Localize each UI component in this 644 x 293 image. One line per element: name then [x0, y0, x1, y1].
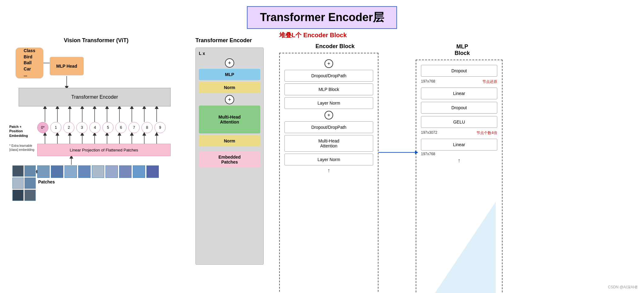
token-3: 3: [76, 122, 87, 133]
img-patch-5: [92, 165, 104, 178]
eb-input-arrow: ↑: [284, 167, 373, 174]
mlpb-dim-197x3072: 197x3072: [421, 130, 437, 135]
original-images: [12, 165, 36, 201]
light-blue-bg: [434, 202, 496, 293]
eb-dropout-top: Dropout/DropPath: [284, 70, 373, 82]
te-section-title: Transformer Encoder: [195, 37, 270, 44]
mlpb-section-title: MLP Block: [416, 43, 509, 56]
blue-arrow-connector: [378, 152, 416, 153]
token-7: 7: [128, 122, 140, 133]
orig-img-1: [12, 165, 24, 177]
mlpb-diagram: Dropout 197x768 节点还原 Linear Dropout GELU…: [416, 60, 503, 293]
te-mha-block: Multi-Head Attention: [199, 106, 260, 133]
te-mlp-block: MLP: [199, 69, 260, 80]
token-8: 8: [141, 122, 153, 133]
stacking-label: 堆叠L个 Encoder Block: [279, 31, 391, 39]
mlpb-dropout-mid: Dropout: [421, 102, 497, 114]
orig-img-2: [25, 165, 36, 177]
img-patch-6: [105, 165, 118, 178]
page-title: Transformer Encoder层: [247, 6, 397, 29]
te-norm-top: Norm: [199, 82, 260, 93]
vit-transformer-encoder-box: Transformer Encoder: [19, 88, 171, 106]
mlpb-section: MLP Block Dropout 197x768 节点还原 Linear Dr…: [416, 43, 509, 293]
eb-layer-norm-bottom: Layer Norm: [284, 154, 373, 165]
eb-dropout-bottom: Dropout/DropPath: [284, 121, 373, 133]
vit-section: Vision Transformer (ViT) ClassBirdBallCa…: [9, 37, 183, 271]
mlp-head-box: MLP Head: [50, 57, 84, 75]
orig-img-6: [25, 190, 36, 201]
te-plus-top: +: [225, 58, 234, 68]
mlpb-dim-197x768-top: 197x768: [421, 79, 435, 83]
mlpb-4x-label: 节点个数4倍: [476, 130, 497, 136]
eb-plus-mid: +: [324, 111, 333, 119]
linear-proj-bar: Linear Projection of Flattened Patches: [37, 144, 171, 156]
te-diagram: L x + MLP Norm + Multi-Head Attention No…: [195, 47, 264, 265]
te-plus-mid: +: [225, 95, 234, 104]
mlpb-dropout-top: Dropout: [421, 65, 497, 77]
te-section: Transformer Encoder L x + MLP Norm + Mul…: [195, 37, 270, 265]
extra-learnable-label: * Extra learnable[class] embedding: [9, 144, 37, 152]
eb-layer-norm-top: Layer Norm: [284, 97, 373, 109]
token-circles-row: 0* 1 2 3 4 5 6 7 8 9: [37, 122, 166, 133]
cls-token: 0*: [37, 122, 48, 133]
token-1: 1: [50, 122, 61, 133]
orig-img-3: [12, 178, 24, 189]
mlpb-dim-197x768-bottom: 197x768: [421, 152, 497, 156]
mlpb-gelu: GELU: [421, 116, 497, 128]
vit-connectors: [9, 47, 183, 271]
img-patch-8: [133, 165, 145, 178]
te-norm-bottom: Norm: [199, 135, 260, 146]
img-patch-1: [37, 165, 50, 178]
token-9: 9: [154, 122, 166, 133]
img-patch-2: [51, 165, 63, 178]
token-5: 5: [102, 122, 114, 133]
eb-plus-top: +: [324, 59, 333, 68]
mlpb-linear-bottom: Linear: [421, 139, 497, 151]
patches-label: Patches: [38, 179, 55, 184]
token-6: 6: [115, 122, 127, 133]
vit-section-title: Vision Transformer (ViT): [9, 37, 183, 44]
eb-section-title: Encoder Block: [279, 43, 391, 50]
te-embedded-block: Embedded Patches: [199, 151, 260, 168]
patch-pos-label: Patch + Position Embedding: [9, 124, 34, 138]
vit-diagram: ClassBirdBallCar... MLP Head: [9, 47, 183, 271]
mlpb-input-arrow: ↑: [421, 157, 497, 164]
watermark: CSDN @AI深AI者: [608, 285, 638, 290]
mlpb-linear-top: Linear: [421, 88, 497, 99]
eb-diagram: + Dropout/DropPath MLP Block Layer Norm …: [279, 53, 378, 293]
img-patch-7: [119, 165, 132, 178]
class-label: ClassBirdBallCar...: [24, 48, 35, 78]
token-2: 2: [63, 122, 74, 133]
lx-label: L x: [199, 51, 260, 56]
class-box: ClassBirdBallCar...: [16, 47, 43, 79]
image-patches-row: [37, 165, 159, 178]
img-patch-9: [146, 165, 159, 178]
img-patch-4: [78, 165, 91, 178]
mlpb-dim-row-1: 197x768 节点还原: [421, 79, 497, 86]
eb-mlp-block: MLP Block: [284, 83, 373, 95]
img-patch-3: [65, 165, 77, 178]
mlpb-dim-row-2: 197x3072 节点个数4倍: [421, 130, 497, 137]
orig-img-5: [12, 190, 24, 201]
eb-section: 堆叠L个 Encoder Block Encoder Block + Dropo…: [279, 31, 391, 293]
eb-mha-block: Multi-HeadAttention: [284, 135, 373, 152]
token-4: 4: [89, 122, 101, 133]
mlpb-restore-label: 节点还原: [482, 79, 497, 84]
orig-img-4: [25, 178, 36, 189]
